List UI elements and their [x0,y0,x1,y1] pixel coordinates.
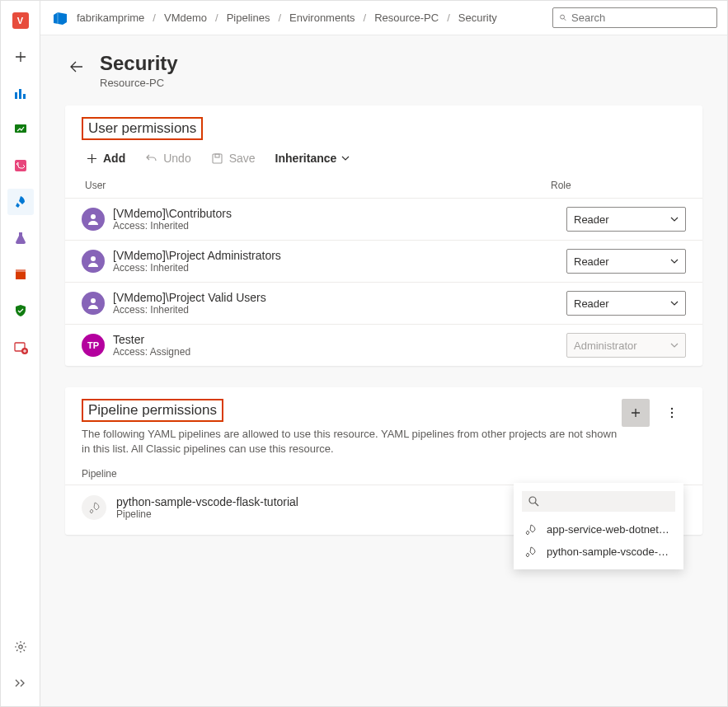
repos-icon [13,158,28,173]
flask-icon [13,231,28,246]
add-pipeline-button[interactable] [622,399,650,427]
permission-access: Access: Inherited [113,304,566,316]
user-avatar: TP [82,334,105,357]
user-permissions-title: User permissions [82,117,203,140]
svg-rect-11 [213,154,222,163]
chevron-down-icon [670,259,679,264]
user-permissions-toolbar: Add Undo Save Inheritance [82,140,686,173]
pipeline-picker-item[interactable]: python-sample-vscode-… [522,541,675,563]
sidebar-item-add[interactable] [7,44,34,70]
pipeline-type: Pipeline [116,508,298,520]
pipeline-picker-search[interactable] [522,491,675,512]
sidebar-item-compliance[interactable] [7,297,34,324]
column-user: User [85,180,551,191]
plus-icon [630,407,641,419]
svg-rect-4 [15,160,26,171]
topbar: fabrikamprime/ VMdemo/ Pipelines/ Enviro… [40,1,727,35]
sidebar: V [1,1,40,706]
page-title: Security [100,52,178,75]
role-select: Administrator [566,333,686,358]
group-avatar [82,250,105,273]
sidebar-item-settings[interactable] [7,634,34,660]
sidebar-item-project[interactable]: V [7,7,34,34]
rocket-icon [13,194,28,209]
svg-point-19 [529,497,536,503]
sidebar-item-overview[interactable] [7,80,34,106]
more-vertical-icon [670,407,674,419]
role-select[interactable]: Reader [566,249,686,274]
shield-check-icon [13,303,28,318]
breadcrumb-item[interactable]: VMdemo [164,12,207,24]
svg-point-18 [671,416,673,418]
group-avatar [82,292,105,315]
pipeline-picker-popup: app-service-web-dotnet… python-sample-vs… [514,483,683,569]
back-button[interactable] [65,55,88,78]
pipeline-column: Pipeline [65,461,702,485]
svg-rect-1 [19,89,21,99]
chevron-right-double-icon [14,679,27,687]
svg-point-15 [91,298,96,303]
chevron-down-icon [670,301,679,306]
role-select[interactable]: Reader [566,291,686,316]
svg-rect-6 [16,269,26,272]
user-permission-row[interactable]: [VMdemo]\ContributorsAccess: InheritedRe… [65,198,702,240]
dashboard-icon [13,86,28,101]
sidebar-item-boards[interactable] [7,116,34,143]
permission-name: [VMdemo]\Project Administrators [113,249,566,262]
sidebar-item-collapse[interactable] [7,670,34,696]
svg-point-9 [18,645,21,648]
user-permissions-card: User permissions Add Undo Save [65,105,702,366]
boards-icon [13,122,28,137]
svg-rect-3 [15,124,26,133]
search-box[interactable] [552,7,717,28]
azure-devops-logo-icon[interactable] [50,8,70,28]
save-button[interactable]: Save [211,152,256,165]
sidebar-item-add-service[interactable] [7,334,34,360]
breadcrumb-item[interactable]: Resource-PC [374,12,439,24]
package-icon [13,267,28,282]
pipeline-name: python-sample-vscode-flask-tutorial [116,495,298,508]
pipeline-permissions-desc: The following YAML pipelines are allowed… [82,427,622,457]
add-button[interactable]: Add [85,152,125,165]
chevron-down-icon [670,217,679,222]
chevron-down-icon [341,156,350,161]
undo-button[interactable]: Undo [145,152,190,165]
breadcrumb-item[interactable]: Environments [289,12,355,24]
sidebar-item-testplans[interactable] [7,225,34,251]
permission-name: Tester [113,333,566,346]
user-permission-row[interactable]: [VMdemo]\Project AdministratorsAccess: I… [65,240,702,282]
pipeline-permissions-title: Pipeline permissions [82,399,223,422]
permission-name: [VMdemo]\Contributors [113,207,566,220]
breadcrumb-item[interactable]: Security [458,12,497,24]
gear-icon [14,640,27,653]
save-icon [212,153,223,164]
user-permission-row[interactable]: [VMdemo]\Project Valid UsersAccess: Inhe… [65,282,702,324]
search-input[interactable] [571,12,710,24]
group-avatar [82,208,105,231]
search-icon [560,12,566,23]
permission-access: Access: Assigned [113,346,566,358]
pipeline-picker-item[interactable]: app-service-web-dotnet… [522,518,675,541]
role-select[interactable]: Reader [566,207,686,232]
svg-rect-12 [215,154,219,157]
arrow-left-icon [70,61,83,73]
breadcrumb-item[interactable]: fabrikamprime [77,12,144,24]
svg-rect-2 [23,94,26,99]
rocket-icon [525,524,538,536]
more-pipeline-button[interactable] [658,399,686,427]
svg-point-16 [671,408,673,410]
chevron-down-icon [670,343,679,348]
container-plus-icon [13,339,28,354]
breadcrumb-item[interactable]: Pipelines [227,12,270,24]
column-role: Role [551,180,683,191]
svg-rect-5 [16,271,26,279]
sidebar-item-pipelines[interactable] [7,189,34,215]
page-subtitle: Resource-PC [100,77,178,89]
page-header: Security Resource-PC [65,52,702,89]
svg-point-17 [671,412,673,414]
inheritance-dropdown[interactable]: Inheritance [275,152,350,165]
sidebar-item-artifacts[interactable] [7,261,34,288]
sidebar-item-repos[interactable] [7,152,34,179]
user-permission-row[interactable]: TPTesterAccess: AssignedAdministrator [65,324,702,366]
breadcrumb: fabrikamprime/ VMdemo/ Pipelines/ Enviro… [77,12,546,24]
